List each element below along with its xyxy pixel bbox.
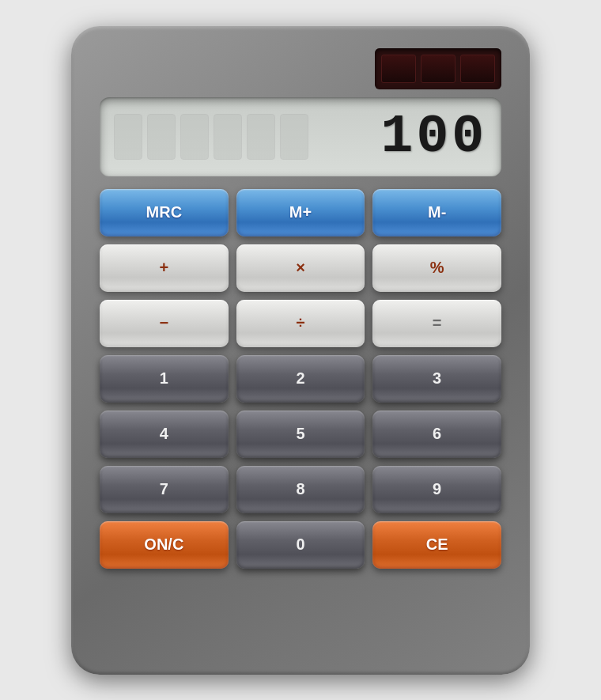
bottom-row: ON/C 0 CE [100,521,501,569]
calculator: 100 MRC M+ M- + × % − ÷ = 1 2 3 4 [71,26,530,675]
ghost-5 [247,114,275,160]
solar-cell-3 [460,55,495,83]
memory-row: MRC M+ M- [100,189,501,236]
operator-row-1: + × % [100,244,501,292]
eight-button[interactable]: 8 [236,466,365,513]
multiply-button[interactable]: × [236,244,365,292]
nine-button[interactable]: 9 [372,466,501,513]
three-button[interactable]: 3 [372,355,501,403]
four-button[interactable]: 4 [100,411,229,458]
number-row-1: 1 2 3 [100,355,501,403]
ghost-4 [214,114,242,160]
five-button[interactable]: 5 [236,411,365,458]
solar-cell-1 [381,55,416,83]
plus-button[interactable]: + [100,244,229,292]
operator-row-2: − ÷ = [100,300,501,347]
display: 100 [100,97,501,176]
number-row-3: 7 8 9 [100,466,501,513]
display-value: 100 [381,110,487,164]
minus-button[interactable]: − [100,300,229,347]
ghost-1 [114,114,142,160]
ghost-3 [180,114,209,160]
one-button[interactable]: 1 [100,355,229,403]
buttons-area: MRC M+ M- + × % − ÷ = 1 2 3 4 5 6 [100,189,501,646]
on-c-button[interactable]: ON/C [100,521,229,569]
m-minus-button[interactable]: M- [372,189,501,236]
solar-cell-2 [421,55,455,83]
percent-button[interactable]: % [372,244,501,292]
ce-button[interactable]: CE [372,521,501,569]
zero-button[interactable]: 0 [236,521,365,569]
solar-panel-row [100,48,501,89]
mrc-button[interactable]: MRC [100,189,229,236]
divide-button[interactable]: ÷ [236,300,365,347]
equals-button[interactable]: = [372,300,501,347]
seven-button[interactable]: 7 [100,466,229,513]
solar-panel [375,48,501,89]
six-button[interactable]: 6 [372,411,501,458]
display-ghost-digits [114,114,308,160]
two-button[interactable]: 2 [236,355,365,403]
ghost-2 [147,114,176,160]
ghost-6 [280,114,308,160]
number-row-2: 4 5 6 [100,411,501,458]
m-plus-button[interactable]: M+ [236,189,365,236]
